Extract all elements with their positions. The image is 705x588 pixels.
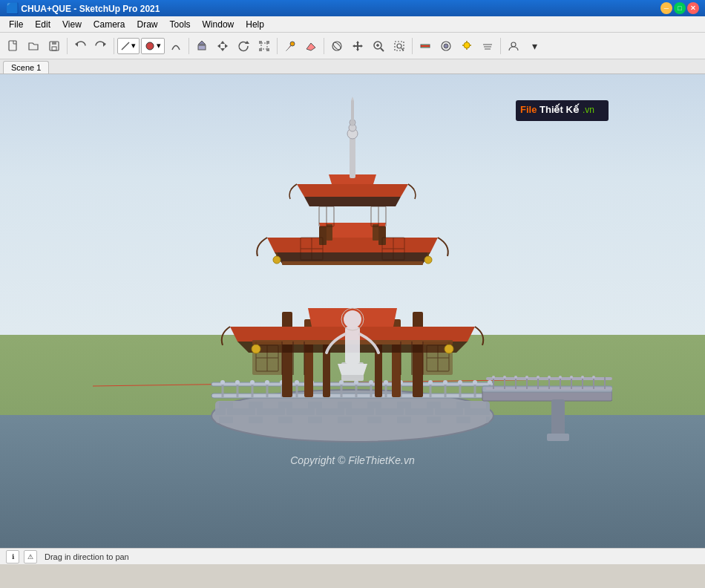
- svg-rect-2: [52, 42, 56, 45]
- pagoda-scene: Copyright © FileThietKe.vn File Thiết Kế…: [93, 97, 612, 512]
- line-dropdown[interactable]: ▾: [117, 38, 140, 54]
- scene-tabs: Scene 1: [0, 59, 705, 74]
- move-button[interactable]: [213, 36, 232, 56]
- svg-rect-0: [9, 41, 16, 50]
- sep7: [500, 38, 501, 54]
- svg-marker-9: [198, 41, 206, 45]
- rotate-button[interactable]: [234, 36, 253, 56]
- menu-item-draw[interactable]: Draw: [131, 18, 164, 31]
- menu-item-camera[interactable]: Camera: [88, 18, 131, 31]
- menu-item-help[interactable]: Help: [240, 18, 270, 31]
- svg-point-181: [344, 310, 361, 328]
- svg-rect-162: [350, 134, 355, 178]
- svg-point-76: [265, 380, 269, 385]
- svg-marker-21: [306, 43, 315, 50]
- paint-button[interactable]: [281, 36, 300, 56]
- svg-rect-118: [547, 434, 569, 441]
- scene-tab-1[interactable]: Scene 1: [3, 61, 49, 74]
- push-pull-button[interactable]: [192, 36, 212, 56]
- status-info-button[interactable]: ℹ: [6, 550, 19, 564]
- svg-rect-8: [198, 45, 206, 50]
- user-button[interactable]: [504, 36, 523, 56]
- new-button[interactable]: [3, 36, 22, 56]
- toolbar: ▾ ▾: [0, 33, 705, 59]
- titlebar: 🟦 CHUA+QUE - SketchUp Pro 2021 ─ □ ✕: [0, 0, 705, 16]
- pan-button[interactable]: [348, 36, 367, 56]
- svg-text:File: File: [520, 104, 537, 115]
- sep4: [277, 38, 278, 54]
- svg-marker-25: [356, 49, 359, 51]
- maximize-button[interactable]: □: [674, 2, 686, 14]
- redo-button[interactable]: [91, 36, 111, 56]
- arc-button[interactable]: [166, 36, 186, 56]
- svg-rect-120: [413, 312, 423, 397]
- app-logo: 🟦: [6, 2, 19, 14]
- zoom-extents-button[interactable]: [390, 36, 409, 56]
- status-left: ℹ ⚠: [6, 550, 37, 564]
- save-button[interactable]: [45, 36, 64, 56]
- svg-point-110: [525, 376, 528, 379]
- svg-point-91: [488, 380, 492, 385]
- window-controls: ─ □ ✕: [660, 2, 699, 14]
- svg-marker-10: [220, 41, 225, 44]
- svg-point-84: [384, 380, 388, 385]
- svg-rect-167: [351, 100, 354, 126]
- menu-item-file[interactable]: File: [3, 18, 29, 31]
- svg-point-108: [503, 376, 506, 379]
- menu-item-edit[interactable]: Edit: [29, 18, 56, 31]
- svg-line-6: [122, 42, 129, 50]
- svg-marker-13: [225, 44, 228, 48]
- svg-point-151: [273, 256, 281, 264]
- svg-point-89: [458, 380, 462, 385]
- shadows-button[interactable]: [457, 36, 476, 56]
- svg-point-149: [445, 344, 453, 353]
- svg-rect-19: [266, 48, 269, 51]
- fog-button[interactable]: [478, 36, 497, 56]
- svg-rect-51: [215, 401, 490, 423]
- svg-rect-3: [52, 47, 56, 50]
- svg-point-116: [592, 376, 595, 379]
- svg-rect-180: [345, 327, 360, 364]
- scale-button[interactable]: [255, 36, 274, 56]
- sep5: [324, 38, 324, 54]
- svg-marker-144: [267, 238, 438, 252]
- svg-rect-15: [261, 43, 267, 49]
- svg-point-114: [570, 376, 573, 379]
- svg-point-38: [444, 44, 448, 48]
- svg-point-107: [492, 376, 495, 379]
- viewport[interactable]: Copyright © FileThietKe.vn File Thiết Kế…: [0, 74, 705, 548]
- svg-rect-16: [259, 41, 262, 44]
- sep3: [188, 38, 189, 54]
- svg-point-78: [295, 380, 299, 385]
- close-button[interactable]: ✕: [687, 2, 699, 14]
- svg-marker-4: [75, 42, 78, 47]
- svg-point-109: [514, 376, 517, 379]
- erase-button[interactable]: [301, 36, 321, 56]
- status-hint: Drag in direction to pan: [45, 552, 129, 561]
- svg-marker-5: [103, 42, 106, 47]
- menu-item-tools[interactable]: Tools: [164, 18, 197, 31]
- orbit-button[interactable]: [327, 36, 347, 56]
- menu-item-view[interactable]: View: [56, 18, 88, 31]
- svg-rect-119: [282, 312, 292, 397]
- dropdown-arrow-button[interactable]: ▾: [525, 36, 544, 56]
- menu-item-window[interactable]: Window: [197, 18, 240, 31]
- sep6: [412, 38, 413, 54]
- svg-marker-11: [220, 48, 225, 51]
- svg-point-147: [252, 344, 260, 353]
- svg-point-47: [511, 42, 516, 47]
- minimize-button[interactable]: ─: [660, 2, 672, 14]
- svg-point-88: [443, 380, 447, 385]
- svg-marker-26: [352, 45, 355, 48]
- svg-point-112: [548, 376, 551, 379]
- section-button[interactable]: [416, 36, 435, 56]
- zoom-button[interactable]: [369, 36, 388, 56]
- undo-button[interactable]: [70, 36, 90, 56]
- shape-dropdown[interactable]: ▾: [141, 38, 165, 54]
- styles-button[interactable]: [436, 36, 456, 56]
- open-button[interactable]: [24, 36, 43, 56]
- status-warning-button[interactable]: ⚠: [24, 550, 37, 564]
- svg-point-39: [464, 42, 470, 48]
- svg-text:Thiết Kế: Thiết Kế: [540, 103, 580, 115]
- svg-point-33: [397, 44, 401, 48]
